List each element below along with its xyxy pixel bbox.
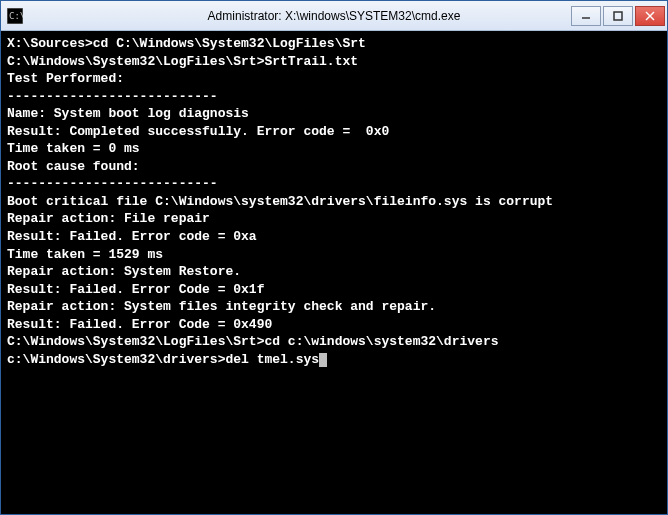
terminal-line: Result: Completed successfully. Error co… (7, 123, 661, 141)
terminal-line: C:\Windows\System32\LogFiles\Srt>SrtTrai… (7, 53, 661, 71)
terminal-line: Result: Failed. Error Code = 0x1f (7, 281, 661, 299)
terminal-line: Time taken = 0 ms (7, 140, 661, 158)
terminal-line: Name: System boot log diagnosis (7, 105, 661, 123)
terminal-line: --------------------------- (7, 88, 661, 106)
terminal-line: Test Performed: (7, 70, 661, 88)
terminal-line: Repair action: File repair (7, 210, 661, 228)
terminal-output[interactable]: X:\Sources>cd C:\Windows\System32\LogFil… (1, 31, 667, 514)
terminal-line: c:\Windows\System32\drivers>del tmel.sys (7, 351, 661, 369)
terminal-line: Boot critical file C:\Windows\system32\d… (7, 193, 661, 211)
cursor (319, 353, 327, 367)
window-controls (569, 6, 665, 26)
terminal-line: Root cause found: (7, 158, 661, 176)
terminal-line: X:\Sources>cd C:\Windows\System32\LogFil… (7, 35, 661, 53)
minimize-button[interactable] (571, 6, 601, 26)
close-button[interactable] (635, 6, 665, 26)
terminal-line: C:\Windows\System32\LogFiles\Srt>cd c:\w… (7, 333, 661, 351)
terminal-line: Repair action: System Restore. (7, 263, 661, 281)
svg-text:C:\: C:\ (9, 11, 23, 21)
terminal-line: Result: Failed. Error Code = 0x490 (7, 316, 661, 334)
title-bar[interactable]: C:\ Administrator: X:\windows\SYSTEM32\c… (1, 1, 667, 31)
terminal-line: Repair action: System files integrity ch… (7, 298, 661, 316)
svg-rect-3 (614, 12, 622, 20)
terminal-line: Time taken = 1529 ms (7, 246, 661, 264)
cmd-icon: C:\ (7, 8, 23, 24)
window-title: Administrator: X:\windows\SYSTEM32\cmd.e… (208, 9, 461, 23)
cmd-window: C:\ Administrator: X:\windows\SYSTEM32\c… (0, 0, 668, 515)
terminal-line: --------------------------- (7, 175, 661, 193)
terminal-line: Result: Failed. Error code = 0xa (7, 228, 661, 246)
maximize-button[interactable] (603, 6, 633, 26)
